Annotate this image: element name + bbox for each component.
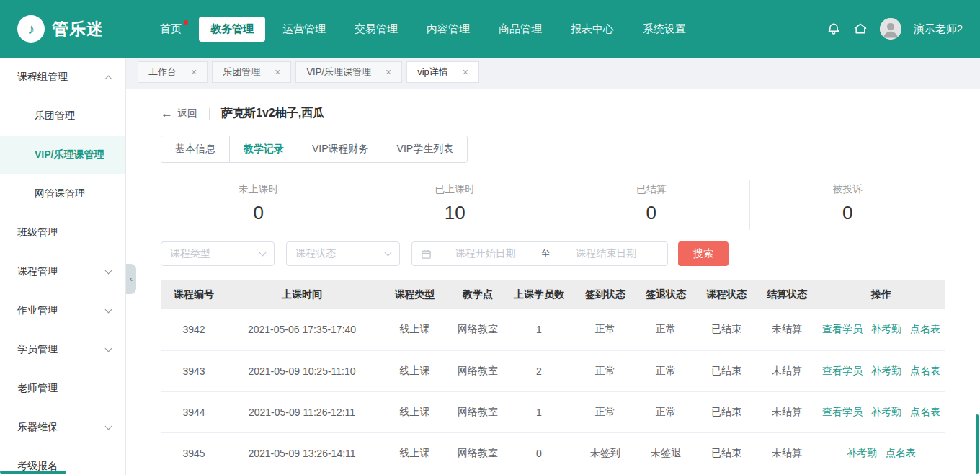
table-row: 3944 2021-05-09 11:26-12:11 线上课 网络教室 1 正… [161, 391, 945, 432]
sidebar-item-orchestra-mgmt[interactable]: 乐团管理 [0, 97, 125, 136]
chevron-down-icon [105, 345, 112, 352]
detail-tab-teaching-records[interactable]: 教学记录 [230, 136, 298, 162]
sidebar-item-label: 课程组管理 [17, 71, 68, 84]
stat-label: 未上课时 [161, 183, 357, 196]
header-student-count: 上课学员数 [503, 280, 575, 309]
home-icon[interactable] [853, 22, 868, 36]
nav-label: 首页 [160, 22, 182, 35]
close-icon[interactable]: × [275, 67, 280, 77]
course-type-select[interactable]: 课程类型 [161, 241, 275, 266]
header-course-id: 课程编号 [161, 280, 227, 309]
cell-course-type: 线上课 [377, 432, 453, 474]
sidebar-item-online-course-mgmt[interactable]: 网管课管理 [0, 174, 125, 213]
cell-actions: 查看学员补考勤点名表 [817, 309, 945, 350]
roll-call-sheet-link[interactable]: 点名表 [886, 447, 916, 458]
makeup-attendance-link[interactable]: 补考勤 [847, 447, 877, 458]
roll-call-sheet-link[interactable]: 点名表 [910, 365, 940, 376]
tab-label: 工作台 [148, 66, 177, 79]
detail-tab-vip-students[interactable]: VIP学生列表 [383, 136, 468, 162]
tab-orchestra-mgmt[interactable]: 乐团管理× [212, 61, 291, 83]
top-nav: 首页 教务管理 运营管理 交易管理 内容管理 商品管理 报表中心 系统设置 [148, 17, 698, 42]
nav-label: 商品管理 [499, 22, 542, 35]
makeup-attendance-link[interactable]: 补考勤 [871, 406, 901, 417]
detail-tab-basic-info[interactable]: 基本信息 [161, 136, 230, 162]
date-range-picker[interactable]: 课程开始日期 至 课程结束日期 [411, 241, 668, 266]
main-area: 工作台× 乐团管理× VIP/乐理课管理× vip详情× ← 返回 萨克斯1v2… [126, 58, 980, 475]
user-avatar[interactable] [880, 18, 901, 40]
cell-course-type: 线上课 [377, 309, 453, 350]
stat-unattended-hours: 未上课时 0 [161, 180, 357, 230]
view-students-link[interactable]: 查看学员 [822, 406, 863, 417]
back-row: ← 返回 萨克斯1v2柚子,西瓜 [161, 106, 945, 121]
cell-checkout-status: 正常 [636, 309, 696, 350]
tab-vip-detail[interactable]: vip详情× [406, 61, 479, 83]
close-icon[interactable]: × [191, 67, 197, 77]
sidebar-item-teacher-mgmt[interactable]: 老师管理 [0, 369, 125, 408]
divider [209, 108, 210, 120]
sidebar-item-homework-mgmt[interactable]: 作业管理 [0, 291, 125, 330]
nav-item-system-settings[interactable]: 系统设置 [631, 17, 698, 42]
cell-settlement-status: 未结算 [757, 391, 817, 432]
cell-course-status: 已结束 [696, 350, 757, 391]
makeup-attendance-link[interactable]: 补考勤 [871, 365, 901, 376]
view-students-link[interactable]: 查看学员 [822, 323, 863, 334]
nav-item-report-center[interactable]: 报表中心 [559, 17, 625, 42]
makeup-attendance-link[interactable]: 补考勤 [871, 323, 901, 334]
stat-value: 0 [750, 202, 946, 224]
sidebar-item-course-group[interactable]: 课程组管理 [0, 58, 125, 97]
nav-item-operation[interactable]: 运营管理 [271, 17, 337, 42]
horizontal-scrollbar-thumb[interactable] [0, 471, 66, 474]
topbar-right: 演示老师2 [827, 18, 963, 40]
course-status-select[interactable]: 课程状态 [286, 241, 400, 266]
sidebar-item-class-mgmt[interactable]: 班级管理 [0, 213, 125, 252]
workspace-tabstrip: 工作台× 乐团管理× VIP/乐理课管理× vip详情× [126, 58, 980, 83]
search-button[interactable]: 搜索 [678, 241, 729, 266]
nav-item-home[interactable]: 首页 [148, 17, 193, 42]
roll-call-sheet-link[interactable]: 点名表 [910, 406, 940, 417]
sidebar-item-instrument-maintenance[interactable]: 乐器维保 [0, 408, 125, 447]
sidebar-collapse-handle[interactable]: ‹ [126, 264, 136, 294]
vertical-scrollbar-thumb[interactable] [976, 414, 979, 474]
cell-settlement-status: 未结算 [757, 309, 817, 350]
cell-student-count: 1 [503, 391, 575, 432]
cell-course-status: 已结束 [696, 309, 757, 350]
cell-teaching-site: 网络教室 [453, 350, 503, 391]
tab-workbench[interactable]: 工作台× [138, 61, 208, 83]
nav-label: 教务管理 [210, 22, 254, 35]
bell-icon[interactable] [827, 22, 841, 36]
sidebar-item-label: 课程管理 [17, 265, 58, 278]
detail-tab-vip-finance[interactable]: VIP课程财务 [298, 136, 383, 162]
stats-row: 未上课时 0 已上课时 10 已结算 0 被投诉 0 [161, 180, 945, 230]
tab-label: 乐团管理 [223, 66, 260, 79]
nav-item-transaction[interactable]: 交易管理 [343, 17, 409, 42]
select-placeholder: 课程状态 [295, 247, 336, 260]
view-students-link[interactable]: 查看学员 [822, 365, 863, 376]
cell-course-id: 3944 [161, 391, 227, 432]
back-button[interactable]: ← 返回 [161, 107, 197, 121]
nav-item-content[interactable]: 内容管理 [415, 17, 481, 42]
cell-course-id: 3942 [161, 309, 227, 350]
sidebar-item-student-mgmt[interactable]: 学员管理 [0, 330, 125, 369]
close-icon[interactable]: × [386, 67, 391, 77]
brand-logo[interactable]: ♪ 管乐迷 [17, 15, 104, 43]
cell-course-status: 已结束 [696, 432, 757, 474]
user-name[interactable]: 演示老师2 [914, 22, 963, 36]
chevron-down-icon [259, 249, 267, 257]
nav-item-product[interactable]: 商品管理 [487, 17, 553, 42]
chevron-down-icon [105, 267, 112, 275]
cell-checkin-status: 正常 [575, 350, 636, 391]
table-row: 3943 2021-05-09 10:25-11:10 线上课 网络教室 2 正… [161, 350, 945, 391]
nav-label: 内容管理 [427, 22, 470, 35]
stat-label: 已上课时 [357, 183, 553, 196]
close-icon[interactable]: × [463, 67, 468, 77]
tab-vip-theory-mgmt[interactable]: VIP/乐理课管理× [295, 61, 402, 83]
cell-settlement-status: 未结算 [757, 350, 817, 391]
roll-call-sheet-link[interactable]: 点名表 [910, 323, 940, 334]
chevron-down-icon [105, 306, 112, 314]
stat-complaints: 被投诉 0 [749, 180, 946, 230]
sidebar-item-course-mgmt[interactable]: 课程管理 [0, 252, 125, 291]
cell-student-count: 2 [503, 350, 575, 391]
sidebar-item-vip-theory-mgmt[interactable]: VIP/乐理课管理 [0, 136, 125, 174]
nav-item-edu-admin[interactable]: 教务管理 [199, 17, 265, 42]
sidebar-item-label: 乐器维保 [17, 421, 58, 434]
